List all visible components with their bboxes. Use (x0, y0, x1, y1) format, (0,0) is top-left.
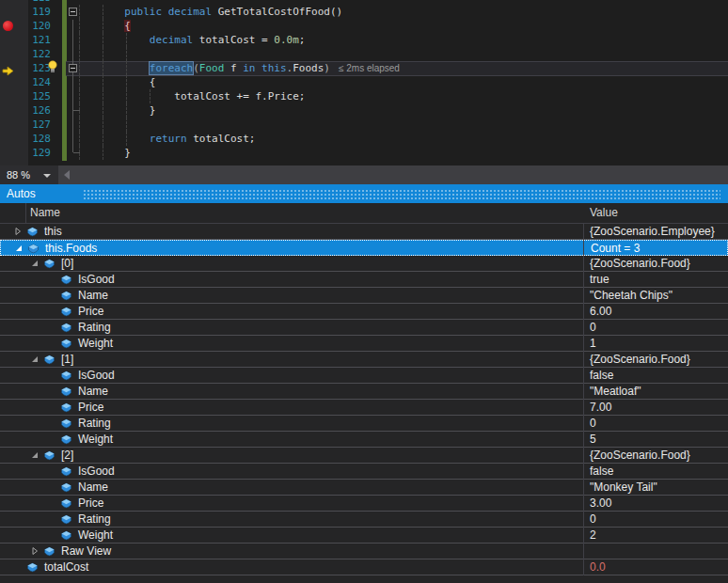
code-line[interactable]: 129 } (0, 146, 728, 160)
zoom-level-dropdown[interactable]: 88 % (0, 165, 57, 184)
code-token: { (124, 20, 131, 32)
variable-row[interactable]: Weight5 (0, 432, 728, 448)
variable-name: IsGood (78, 272, 115, 288)
variable-row[interactable]: Raw View (0, 544, 728, 559)
variable-name: Price (78, 400, 103, 416)
column-header-value[interactable]: Value (590, 203, 618, 223)
variable-row[interactable]: Weight1 (0, 336, 728, 352)
indent-guide (126, 118, 127, 132)
variable-row[interactable]: Name"Meatloaf" (0, 384, 728, 400)
code-token (81, 62, 150, 74)
variable-value[interactable]: 3.00 (590, 496, 611, 512)
code-line[interactable]: 126 } (0, 103, 728, 118)
breakpoint-icon[interactable] (3, 21, 13, 31)
code-token: return (150, 133, 187, 145)
lightbulb-icon[interactable] (47, 60, 58, 77)
autos-panel-titlebar[interactable]: Autos (0, 184, 728, 203)
code-token: ; (299, 34, 306, 46)
variable-row[interactable]: Rating0 (0, 320, 728, 336)
variable-value[interactable]: {ZooScenario.Food} (590, 256, 690, 272)
variable-row[interactable]: Name"Cheetah Chips" (0, 288, 728, 304)
variable-name: Name (78, 480, 108, 496)
code-text[interactable]: { (81, 19, 131, 33)
code-token: decimal (150, 34, 193, 46)
variable-row[interactable]: [0]{ZooScenario.Food} (0, 256, 728, 272)
line-number: 121 (17, 33, 51, 47)
variable-value[interactable]: true (590, 272, 609, 288)
code-text[interactable]: totalCost += f.Price; (81, 89, 305, 103)
code-text[interactable]: { (81, 75, 155, 89)
variable-row[interactable]: totalCost0.0 (0, 559, 728, 575)
variable-name: totalCost (44, 559, 88, 575)
variable-row[interactable]: Price3.00 (0, 496, 728, 512)
code-line[interactable]: 127 (0, 118, 728, 132)
current-statement-arrow-icon[interactable] (2, 63, 14, 80)
code-line[interactable]: 125 totalCost += f.Price; (0, 89, 728, 103)
variable-value[interactable]: 0 (590, 416, 596, 432)
variable-row[interactable]: Weight2 (0, 528, 728, 544)
code-token: in (243, 62, 255, 74)
code-text[interactable]: public decimal GetTotalCostOfFood() (81, 5, 342, 19)
code-text[interactable]: decimal totalCost = 0.0m; (81, 33, 305, 47)
indent-guide (79, 118, 80, 132)
variable-value[interactable]: 6.00 (590, 304, 611, 320)
variable-value[interactable]: 7.00 (590, 400, 611, 416)
code-editor[interactable]: 118119 public decimal GetTotalCostOfFood… (0, 0, 728, 165)
variable-value[interactable]: "Monkey Tail" (590, 480, 657, 496)
code-text[interactable]: foreach(Food f in this.Foods)≤ 2ms elaps… (81, 61, 400, 75)
code-line[interactable]: 123 foreach(Food f in this.Foods)≤ 2ms e… (0, 61, 728, 75)
code-line[interactable]: 119 public decimal GetTotalCostOfFood() (0, 5, 728, 19)
variable-row[interactable]: Price7.00 (0, 400, 728, 416)
variable-row[interactable]: Price6.00 (0, 304, 728, 320)
variable-row[interactable]: [1]{ZooScenario.Food} (0, 352, 728, 368)
variable-value[interactable]: 0.0 (590, 559, 606, 575)
code-line[interactable]: 122 (0, 47, 728, 61)
variable-value[interactable]: false (590, 464, 613, 480)
code-line[interactable]: 121 decimal totalCost = 0.0m; (0, 33, 728, 47)
line-number: 119 (17, 5, 51, 19)
scroll-left-arrow-icon[interactable] (64, 170, 70, 180)
code-text[interactable]: } (81, 146, 131, 160)
variable-value[interactable]: "Meatloaf" (590, 384, 641, 400)
code-line[interactable]: 120 { (0, 19, 728, 33)
code-token (81, 6, 124, 18)
code-line[interactable]: 124 { (0, 75, 728, 89)
variable-value[interactable]: 5 (590, 432, 596, 448)
column-divider[interactable] (583, 224, 584, 575)
variable-row[interactable]: IsGoodtrue (0, 272, 728, 288)
fold-collapse-toggle[interactable] (69, 8, 77, 16)
variable-row[interactable]: this{ZooScenario.Employee} (0, 224, 728, 240)
code-line[interactable]: 128 return totalCost; (0, 132, 728, 146)
variable-row[interactable]: this.FoodsCount = 3 (0, 240, 728, 256)
variable-name: this.Foods (45, 241, 97, 257)
variable-value[interactable]: Count = 3 (591, 241, 640, 257)
variable-value[interactable]: 0 (590, 512, 596, 528)
fold-collapse-toggle[interactable] (69, 64, 77, 72)
variable-row[interactable]: Rating0 (0, 416, 728, 432)
code-token: ) (324, 62, 330, 74)
code-token: totalCost = (193, 34, 274, 46)
variable-value[interactable]: "Cheetah Chips" (590, 288, 673, 304)
code-text[interactable]: return totalCost; (81, 132, 255, 146)
variable-row[interactable]: IsGoodfalse (0, 464, 728, 480)
horizontal-scrollbar[interactable] (58, 165, 728, 184)
code-token: } (81, 104, 155, 117)
variable-value[interactable]: 2 (590, 528, 596, 544)
column-header-name[interactable]: Name (30, 203, 60, 223)
variable-row[interactable]: Rating0 (0, 512, 728, 528)
autos-variable-grid: this{ZooScenario.Employee}this.FoodsCoun… (0, 224, 728, 583)
indent-guide (79, 89, 80, 103)
code-text[interactable]: } (81, 103, 155, 118)
variable-row[interactable]: IsGoodfalse (0, 368, 728, 384)
line-number: 120 (17, 19, 51, 33)
variable-row[interactable]: [2]{ZooScenario.Food} (0, 448, 728, 464)
variable-row[interactable]: Name"Monkey Tail" (0, 480, 728, 496)
variable-value[interactable]: {ZooScenario.Employee} (590, 224, 715, 240)
perf-tip[interactable]: ≤ 2ms elapsed (339, 63, 400, 73)
variable-value[interactable]: false (590, 368, 613, 384)
variable-value[interactable]: 1 (590, 336, 596, 352)
variable-value[interactable]: {ZooScenario.Food} (590, 448, 690, 464)
variable-value[interactable]: 0 (590, 320, 596, 336)
variable-value[interactable]: {ZooScenario.Food} (590, 352, 690, 368)
line-number: 123 (17, 61, 51, 75)
